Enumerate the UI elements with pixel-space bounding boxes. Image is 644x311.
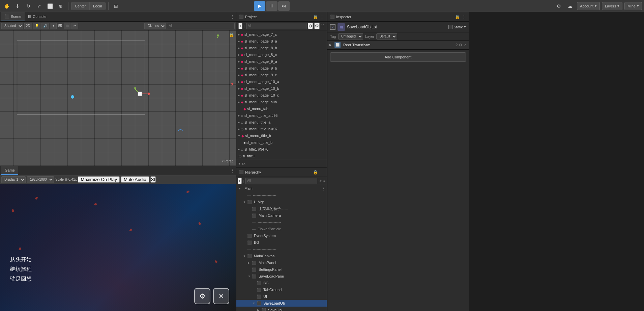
- scale-dot[interactable]: [65, 178, 67, 181]
- project-list-item[interactable]: ◆sl_menu_tab: [236, 105, 327, 112]
- project-list-item[interactable]: ▶◆sl_menu_page_10_b: [236, 85, 327, 92]
- hierarchy-search[interactable]: [245, 178, 318, 184]
- tag-dropdown[interactable]: Untagged: [338, 33, 363, 40]
- rect-question-icon[interactable]: ?: [456, 43, 458, 47]
- inspector-more-icon[interactable]: ⋮: [462, 15, 466, 19]
- lighting-icon[interactable]: 💡: [33, 23, 40, 29]
- hierarchy-list-item[interactable]: ▶⬛MainPanel: [236, 259, 327, 266]
- stats-btn[interactable]: St: [150, 176, 156, 183]
- rect-transform-header[interactable]: ▶ ⬜ Rect Transform ? ⚙ ↗: [327, 41, 469, 49]
- project-more-icon[interactable]: ⋮: [320, 15, 324, 19]
- resolution-select[interactable]: 1920x1080: [27, 176, 54, 183]
- project-list-item[interactable]: ▶◆sl_menu_page_sub: [236, 99, 327, 105]
- hierarchy-list-item[interactable]: —-------------------: [236, 192, 327, 199]
- project-list-item[interactable]: ▶◆sl_menu_page_9_a: [236, 58, 327, 65]
- static-dropdown-icon[interactable]: ▾: [464, 25, 466, 29]
- project-filter-btn[interactable]: ⊙: [308, 23, 313, 29]
- project-list-item[interactable]: ▶◆sl_menu_page_10_a: [236, 78, 327, 85]
- hierarchy-list-item[interactable]: ▼⬛SaveLoadOb: [236, 300, 327, 307]
- hierarchy-list-item[interactable]: ▼Main⋮: [236, 185, 327, 192]
- project-list-item[interactable]: ▶◇sl_menu_title_a: [236, 119, 327, 126]
- hierarchy-list-item[interactable]: ⬛BG: [236, 239, 327, 246]
- pause-button[interactable]: ⏸: [266, 1, 277, 11]
- project-list-item[interactable]: ▶◆sl_menu_page_9_c: [236, 72, 327, 78]
- display-select[interactable]: Display 1: [1, 176, 26, 183]
- static-checkbox[interactable]: [448, 25, 452, 29]
- project-lock-icon[interactable]: 🔒: [313, 15, 318, 19]
- hierarchy-list-item[interactable]: ⬛主菜单的粒子------: [236, 205, 327, 212]
- project-list-item[interactable]: ▶◆sl_menu_page_8_c: [236, 51, 327, 58]
- hierarchy-more-icon[interactable]: ⋮: [320, 170, 324, 175]
- hierarchy-list-item[interactable]: ⬛TabGround: [236, 286, 327, 293]
- account-dropdown[interactable]: Account ▾: [577, 2, 600, 10]
- cloud-icon[interactable]: ☁: [565, 1, 575, 11]
- project-list-item[interactable]: ■sl_menu_title_b: [236, 139, 327, 146]
- audio-icon[interactable]: 🔊: [41, 23, 49, 29]
- hierarchy-list-item[interactable]: ▶⬛SaveObj: [236, 307, 327, 311]
- close-game-button[interactable]: ✕: [213, 288, 229, 304]
- add-hierarchy-btn[interactable]: +: [238, 178, 242, 184]
- hierarchy-list-item[interactable]: ▼⬛SaveLoadPane: [236, 273, 327, 280]
- scene-search[interactable]: [167, 23, 235, 29]
- rect-tool[interactable]: ⬜: [45, 1, 55, 11]
- project-list-item[interactable]: ▶◆sl_menu_page_7_c: [236, 31, 327, 38]
- hier-item-more[interactable]: ⋮: [321, 186, 325, 191]
- project-list-item[interactable]: ◇sl_title1: [236, 153, 327, 159]
- settings-game-button[interactable]: ⚙: [194, 288, 210, 304]
- local-pivot-btn[interactable]: Local: [90, 2, 105, 10]
- 2d-toggle[interactable]: 2D: [24, 23, 32, 29]
- maximize-on-play-btn[interactable]: Maximize On Play: [78, 176, 119, 183]
- mine-dropdown[interactable]: Mine ▾: [624, 2, 642, 10]
- tab-console[interactable]: ▤ Console: [25, 12, 50, 21]
- project-list-item[interactable]: ▶◇sl_menu_title_b #97: [236, 126, 327, 132]
- hierarchy-list-item[interactable]: ⬛SettingsPanel: [236, 266, 327, 273]
- hand-tool[interactable]: ✋: [2, 1, 11, 11]
- snap-icon[interactable]: ✂: [71, 23, 78, 29]
- add-project-item-btn[interactable]: +: [238, 23, 242, 29]
- gizmos-dropdown[interactable]: Gizmos: [144, 23, 166, 29]
- grid-tool[interactable]: ⊞: [111, 1, 121, 11]
- tab-game[interactable]: Game: [1, 166, 18, 175]
- hierarchy-list-item[interactable]: ⬛UI: [236, 293, 327, 300]
- project-list-item[interactable]: ▶◇sl_menu_title_a #95: [236, 112, 327, 119]
- transform-tool[interactable]: ⊕: [56, 1, 65, 11]
- rect-expand-out-icon[interactable]: ↗: [464, 43, 467, 47]
- hierarchy-list-item[interactable]: ▼⬛UIMgr: [236, 199, 327, 205]
- settings-icon[interactable]: ⚙: [554, 1, 563, 11]
- add-component-button[interactable]: Add Component: [330, 52, 466, 62]
- layers-dropdown[interactable]: Layers ▾: [602, 2, 622, 10]
- project-list-item[interactable]: ▶◆sl_menu_page_8_a: [236, 38, 327, 45]
- tab-scene[interactable]: ⬛ Scene: [1, 12, 25, 21]
- shading-dropdown[interactable]: Shaded: [1, 23, 23, 29]
- hierarchy-list-item[interactable]: —FlowerParticle: [236, 226, 327, 232]
- hier-layers-icon[interactable]: ≡: [323, 179, 325, 183]
- step-button[interactable]: ⏭: [278, 1, 290, 11]
- hierarchy-list-item[interactable]: —-------------------: [236, 219, 327, 226]
- project-search[interactable]: [246, 23, 306, 29]
- hierarchy-list-item[interactable]: —-------------------: [236, 246, 327, 253]
- scale-tool[interactable]: ⤢: [34, 1, 44, 11]
- project-list-item[interactable]: ▼◆sl_menu_title_b: [236, 132, 327, 139]
- project-settings-btn[interactable]: ⚙: [314, 23, 320, 29]
- hierarchy-list-item[interactable]: ▼⬛MainCanvas: [236, 253, 327, 259]
- hierarchy-list-item[interactable]: ⬛EventSystem: [236, 232, 327, 239]
- game-tab-more[interactable]: ⋮: [230, 168, 235, 173]
- project-list-item[interactable]: ▶◆sl_menu_page_10_c: [236, 92, 327, 99]
- scene-tabs-more[interactable]: ⋮: [230, 14, 235, 20]
- project-list-item[interactable]: ▶◆sl_menu_page_8_b: [236, 45, 327, 51]
- center-pivot-btn[interactable]: Center: [71, 2, 90, 10]
- hierarchy-list-item[interactable]: ⬛Main Camera: [236, 212, 327, 219]
- eye-icon[interactable]: 👁: [319, 179, 322, 183]
- layer-dropdown[interactable]: Default: [376, 33, 397, 40]
- rect-settings-icon[interactable]: ⚙: [459, 43, 462, 47]
- project-list-item[interactable]: ▶◇sl_title1 #9476: [236, 146, 327, 153]
- mute-audio-btn[interactable]: Mute Audio: [121, 176, 149, 183]
- play-button[interactable]: ▶: [254, 1, 265, 11]
- inspector-lock-icon[interactable]: 🔒: [455, 15, 460, 19]
- hierarchy-lock-icon[interactable]: 🔒: [313, 170, 318, 175]
- hierarchy-list-item[interactable]: ⬛BG: [236, 280, 327, 286]
- grid-icon[interactable]: ⊞: [64, 23, 70, 29]
- obj-active-checkbox[interactable]: ✓: [330, 24, 335, 30]
- move-tool[interactable]: ✛: [13, 1, 22, 11]
- effects-icon[interactable]: ✦: [50, 23, 57, 29]
